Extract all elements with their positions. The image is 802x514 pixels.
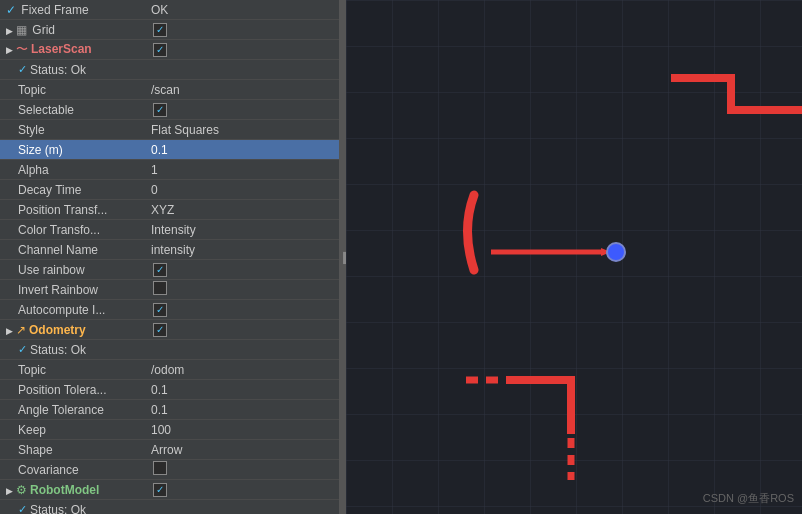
prop-label-laserscan-chan: Channel Name <box>2 243 147 257</box>
prop-value-odo-angtol: 0.1 <box>147 403 337 417</box>
prop-label-laserscan-size: Size (m) <box>2 143 147 157</box>
svg-point-6 <box>607 243 625 261</box>
prop-row-odo-postol[interactable]: Position Tolera...0.1 <box>0 380 339 400</box>
prop-row-fixed-frame[interactable]: ✓ Fixed FrameOK <box>0 0 339 20</box>
prop-label-laserscan-colortf: Color Transfo... <box>2 223 147 237</box>
prop-row-laserscan-postf[interactable]: Position Transf...XYZ <box>0 200 339 220</box>
prop-value-laserscan-sel[interactable] <box>147 102 337 117</box>
prop-row-laserscan-invrb[interactable]: Invert Rainbow <box>0 280 339 300</box>
prop-label-odo-covar: Covariance <box>2 463 147 477</box>
grid-background <box>346 0 802 514</box>
prop-value-odo-postol: 0.1 <box>147 383 337 397</box>
checkbox-laserscan-invrb[interactable] <box>153 281 167 295</box>
properties-panel[interactable]: ✓ Fixed FrameOK▶▦ Grid▶〜LaserScan✓ Statu… <box>0 0 340 514</box>
checkbox-odo-covar[interactable] <box>153 461 167 475</box>
prop-row-laserscan-colortf[interactable]: Color Transfo...Intensity <box>0 220 339 240</box>
prop-value-grid[interactable] <box>147 22 337 37</box>
prop-label-odo-keep: Keep <box>2 423 147 437</box>
prop-label-robotmodel: ▶⚙RobotModel <box>2 483 147 497</box>
prop-row-laserscan-sel[interactable]: Selectable <box>0 100 339 120</box>
prop-label-laserscan-style: Style <box>2 123 147 137</box>
prop-row-odo-angtol[interactable]: Angle Tolerance0.1 <box>0 400 339 420</box>
checkbox-odometry[interactable] <box>153 323 167 337</box>
checkbox-laserscan-rainbow[interactable] <box>153 263 167 277</box>
checkbox-laserscan-auto[interactable] <box>153 303 167 317</box>
prop-row-odo-shape[interactable]: ShapeArrow <box>0 440 339 460</box>
viewport: CSDN @鱼香ROS <box>346 0 802 514</box>
prop-label-fixed-frame: ✓ Fixed Frame <box>2 3 147 17</box>
prop-row-laserscan-auto[interactable]: Autocompute I... <box>0 300 339 320</box>
prop-label-robot-status: ✓ Status: Ok <box>2 503 147 515</box>
prop-label-laserscan: ▶〜LaserScan <box>2 41 147 58</box>
prop-label-odo-topic: Topic <box>2 363 147 377</box>
prop-row-robotmodel[interactable]: ▶⚙RobotModel <box>0 480 339 500</box>
prop-label-grid: ▶▦ Grid <box>2 23 147 37</box>
prop-label-odo-postol: Position Tolera... <box>2 383 147 397</box>
prop-row-laserscan-chan[interactable]: Channel Nameintensity <box>0 240 339 260</box>
prop-value-laserscan-style: Flat Squares <box>147 123 337 137</box>
prop-row-odo-status[interactable]: ✓ Status: Ok <box>0 340 339 360</box>
prop-value-odometry[interactable] <box>147 322 337 337</box>
prop-row-odo-covar[interactable]: Covariance <box>0 460 339 480</box>
prop-row-robot-status[interactable]: ✓ Status: Ok <box>0 500 339 514</box>
prop-row-odo-keep[interactable]: Keep100 <box>0 420 339 440</box>
prop-row-laserscan-decay[interactable]: Decay Time0 <box>0 180 339 200</box>
prop-value-laserscan-chan: intensity <box>147 243 337 257</box>
prop-value-robotmodel[interactable] <box>147 482 337 497</box>
prop-row-laserscan-topic[interactable]: Topic/scan <box>0 80 339 100</box>
prop-row-laserscan[interactable]: ▶〜LaserScan <box>0 40 339 60</box>
prop-value-laserscan-alpha: 1 <box>147 163 337 177</box>
prop-value-odo-covar[interactable] <box>147 461 337 478</box>
prop-row-grid[interactable]: ▶▦ Grid <box>0 20 339 40</box>
checkbox-laserscan-sel[interactable] <box>153 103 167 117</box>
watermark: CSDN @鱼香ROS <box>703 491 794 506</box>
prop-row-laserscan-size[interactable]: Size (m)0.1 <box>0 140 339 160</box>
prop-label-laserscan-alpha: Alpha <box>2 163 147 177</box>
prop-label-odometry: ▶↗Odometry <box>2 323 147 337</box>
prop-label-laserscan-topic: Topic <box>2 83 147 97</box>
prop-label-laserscan-decay: Decay Time <box>2 183 147 197</box>
prop-value-laserscan-size: 0.1 <box>147 143 337 157</box>
prop-row-laserscan-rainbow[interactable]: Use rainbow <box>0 260 339 280</box>
prop-label-laserscan-sel: Selectable <box>2 103 147 117</box>
prop-value-laserscan-decay: 0 <box>147 183 337 197</box>
prop-row-laserscan-style[interactable]: StyleFlat Squares <box>0 120 339 140</box>
prop-value-odo-keep: 100 <box>147 423 337 437</box>
prop-label-laserscan-status: ✓ Status: Ok <box>2 63 147 77</box>
prop-value-laserscan-topic: /scan <box>147 83 337 97</box>
prop-value-laserscan-auto[interactable] <box>147 302 337 317</box>
prop-row-odo-topic[interactable]: Topic/odom <box>0 360 339 380</box>
prop-value-laserscan-rainbow[interactable] <box>147 262 337 277</box>
prop-value-laserscan-invrb[interactable] <box>147 281 337 298</box>
prop-value-odo-topic: /odom <box>147 363 337 377</box>
prop-row-laserscan-status[interactable]: ✓ Status: Ok <box>0 60 339 80</box>
prop-value-laserscan-postf: XYZ <box>147 203 337 217</box>
prop-label-laserscan-postf: Position Transf... <box>2 203 147 217</box>
checkbox-grid[interactable] <box>153 23 167 37</box>
prop-value-laserscan[interactable] <box>147 42 337 57</box>
checkbox-laserscan[interactable] <box>153 43 167 57</box>
prop-label-odo-status: ✓ Status: Ok <box>2 343 147 357</box>
prop-value-fixed-frame: OK <box>147 3 337 17</box>
prop-label-odo-shape: Shape <box>2 443 147 457</box>
prop-label-laserscan-auto: Autocompute I... <box>2 303 147 317</box>
prop-row-laserscan-alpha[interactable]: Alpha1 <box>0 160 339 180</box>
prop-value-laserscan-colortf: Intensity <box>147 223 337 237</box>
prop-row-odometry[interactable]: ▶↗Odometry <box>0 320 339 340</box>
prop-value-odo-shape: Arrow <box>147 443 337 457</box>
prop-label-odo-angtol: Angle Tolerance <box>2 403 147 417</box>
prop-label-laserscan-invrb: Invert Rainbow <box>2 283 147 297</box>
checkbox-robotmodel[interactable] <box>153 483 167 497</box>
prop-label-laserscan-rainbow: Use rainbow <box>2 263 147 277</box>
